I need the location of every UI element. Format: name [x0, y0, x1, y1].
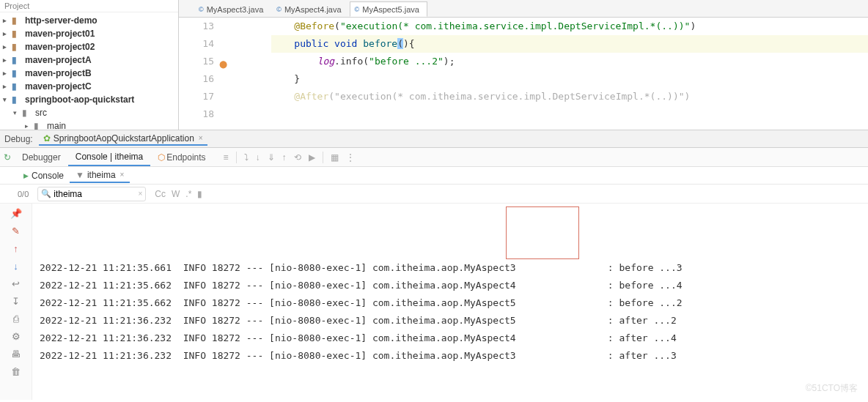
- step-out-icon[interactable]: ↑: [282, 152, 287, 163]
- next-icon[interactable]: ↓: [10, 259, 23, 272]
- gutter-line[interactable]: 18: [179, 105, 214, 123]
- pin-icon[interactable]: 📌: [10, 206, 23, 220]
- folder-icon: ▮: [12, 68, 22, 78]
- gutter-line[interactable]: 13: [179, 18, 214, 35]
- code-line[interactable]: log.info("before ...2");: [271, 53, 868, 70]
- project-header: Project: [0, 0, 178, 12]
- match-count: 0/0: [12, 190, 34, 198]
- tree-arrow-icon[interactable]: ▸: [3, 43, 12, 51]
- debugger-tab[interactable]: Debugger: [15, 149, 68, 165]
- editor-tab[interactable]: ©MyAspect3.java: [194, 1, 271, 17]
- tab-label: MyAspect5.java: [362, 5, 419, 14]
- tree-arrow-icon[interactable]: ▾: [3, 96, 12, 103]
- run-config-tab[interactable]: ✿ SpringbootAopQuickstartApplication ×: [39, 133, 207, 146]
- spring-icon: ✿: [43, 133, 51, 144]
- tree-item[interactable]: ▸▮main: [0, 119, 178, 130]
- settings-icon[interactable]: ≡: [224, 152, 229, 163]
- code-line[interactable]: @After("execution(* com.itheima.service.…: [271, 88, 868, 105]
- console-tab[interactable]: Console | itheima: [68, 149, 151, 166]
- prev-icon[interactable]: ↑: [10, 242, 23, 255]
- tree-arrow-icon[interactable]: ▸: [25, 122, 34, 130]
- editor-area: ©MyAspect3.java©MyAspect4.java©MyAspect5…: [179, 0, 868, 130]
- tree-arrow-icon[interactable]: ▾: [13, 109, 22, 116]
- search-icon: 🔍: [41, 189, 51, 198]
- tree-item-label: main: [47, 121, 66, 130]
- tree-item-label: maven-project02: [25, 42, 95, 52]
- debug-label: Debug:: [4, 134, 33, 144]
- tab-label: MyAspect3.java: [207, 5, 264, 14]
- words-toggle[interactable]: W: [172, 189, 180, 199]
- run-config-name: SpringbootAopQuickstartApplication: [54, 133, 194, 144]
- close-icon[interactable]: ×: [199, 134, 203, 142]
- filter-toggle[interactable]: ▮: [197, 189, 202, 199]
- folder-icon: ▮: [12, 42, 22, 52]
- tree-item-label: maven-project01: [25, 29, 95, 39]
- search-input-box[interactable]: 🔍 ×: [37, 187, 146, 201]
- endpoints-tab[interactable]: ⬡Endpoints: [150, 149, 213, 165]
- settings-icon[interactable]: ⚙: [10, 330, 23, 343]
- step-into-icon[interactable]: ↓: [256, 152, 260, 163]
- code-line[interactable]: @Before("execution(* com.itheima.service…: [271, 18, 868, 35]
- tree-item[interactable]: ▸▮maven-projectC: [0, 80, 178, 93]
- close-icon[interactable]: ×: [120, 171, 125, 179]
- console-subtab[interactable]: ▶Console: [18, 169, 70, 182]
- gutter-line[interactable]: 14: [179, 35, 214, 53]
- tree-item[interactable]: ▸▮http-server-demo: [0, 14, 178, 27]
- gutter-line[interactable]: 17: [179, 88, 214, 105]
- debug-tool-window-header: Debug: ✿ SpringbootAopQuickstartApplicat…: [0, 130, 868, 148]
- filter-menu-icon[interactable]: ⎙: [10, 312, 23, 325]
- tree-arrow-icon[interactable]: ▸: [3, 70, 12, 77]
- tree-item[interactable]: ▾▮src: [0, 106, 178, 119]
- tree-item[interactable]: ▸▮maven-projectB: [0, 67, 178, 80]
- rerun-icon[interactable]: ↻: [4, 152, 11, 163]
- scroll-end-icon[interactable]: ↧: [10, 294, 23, 308]
- folder-icon: ▮: [12, 15, 22, 26]
- java-icon: ©: [199, 6, 204, 13]
- folder-icon: ▮: [12, 55, 22, 65]
- tree-item-label: maven-projectC: [25, 81, 92, 92]
- tree-item[interactable]: ▸▮maven-projectA: [0, 53, 178, 67]
- gutter-line[interactable]: 16: [179, 70, 214, 88]
- editor-tabs: ©MyAspect3.java©MyAspect4.java©MyAspect5…: [179, 0, 868, 18]
- console-sub-tabs: ▶Console ▼itheima×: [0, 167, 868, 185]
- tree-arrow-icon[interactable]: ▸: [3, 17, 12, 24]
- soft-wrap-icon[interactable]: ↩: [10, 277, 23, 290]
- evaluate-icon[interactable]: ▦: [331, 152, 339, 163]
- log-line: 2022-12-21 11:21:35.661 INFO 18272 --- […: [40, 259, 861, 277]
- watermark: ©51CTO博客: [806, 382, 858, 395]
- code-line[interactable]: }: [271, 70, 868, 88]
- step-over-icon[interactable]: ⤵: [244, 152, 249, 163]
- folder-icon: ▮: [12, 94, 22, 105]
- run-cursor-icon[interactable]: ▶: [309, 152, 315, 163]
- folder-icon: ▮: [12, 29, 22, 39]
- tree-arrow-icon[interactable]: ▸: [3, 83, 12, 90]
- project-tool-window[interactable]: Project ▸▮http-server-demo▸▮maven-projec…: [0, 0, 179, 130]
- gutter-line[interactable]: 15⬤: [179, 53, 214, 70]
- code-line[interactable]: public void before(){: [271, 35, 868, 53]
- tree-arrow-icon[interactable]: ▸: [3, 30, 12, 37]
- print-icon[interactable]: 🖶: [10, 347, 23, 360]
- more-icon[interactable]: ⋮: [346, 152, 355, 163]
- edit-icon[interactable]: ✎: [10, 224, 23, 237]
- force-step-icon[interactable]: ⇓: [268, 152, 275, 163]
- log-line: 2022-12-21 11:21:35.662 INFO 18272 --- […: [40, 294, 861, 312]
- tree-item[interactable]: ▸▮maven-project02: [0, 40, 178, 53]
- tree-arrow-icon[interactable]: ▸: [3, 56, 12, 64]
- log-line: 2022-12-21 11:21:36.232 INFO 18272 --- […: [40, 347, 861, 365]
- match-case-toggle[interactable]: Cc: [155, 189, 166, 199]
- tree-item[interactable]: ▾▮springboot-aop-quickstart: [0, 93, 178, 106]
- editor-tab[interactable]: ©MyAspect5.java: [350, 1, 427, 17]
- filter-subtab[interactable]: ▼itheima×: [70, 168, 130, 183]
- editor-tab[interactable]: ©MyAspect4.java: [271, 1, 349, 17]
- regex-toggle[interactable]: .*: [185, 189, 191, 199]
- search-input[interactable]: [54, 189, 135, 199]
- clear-icon[interactable]: ×: [138, 190, 142, 198]
- code-area[interactable]: 131415⬤161718 @Before("execution(* com.i…: [179, 18, 868, 130]
- drop-frame-icon[interactable]: ⟲: [294, 152, 301, 163]
- java-icon: ©: [276, 6, 282, 13]
- tab-label: MyAspect4.java: [284, 5, 342, 14]
- tree-item[interactable]: ▸▮maven-project01: [0, 27, 178, 40]
- log-output[interactable]: 2022-12-21 11:21:35.661 INFO 18272 --- […: [32, 204, 868, 400]
- folder-icon: ▮: [34, 121, 44, 130]
- trash-icon[interactable]: 🗑: [10, 365, 23, 378]
